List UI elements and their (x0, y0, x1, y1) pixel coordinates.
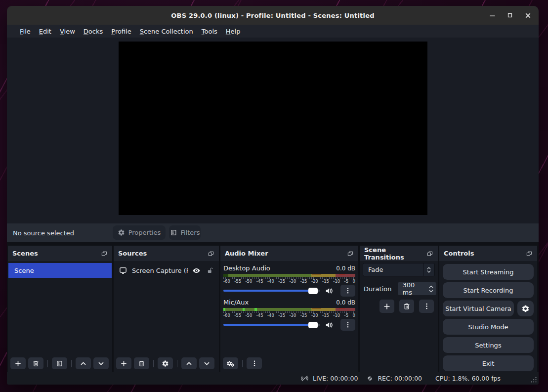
window-close-button[interactable] (522, 10, 533, 21)
channel-options-button[interactable] (340, 285, 355, 297)
window-buttons (487, 6, 536, 25)
menu-profile[interactable]: Profile (111, 28, 131, 35)
scene-filters-button[interactable] (52, 357, 67, 369)
window-maximize-button[interactable] (505, 10, 515, 21)
filter-icon (170, 229, 177, 236)
kebab-icon (423, 303, 430, 310)
start-recording-button[interactable]: Start Recording (443, 282, 534, 298)
popout-icon[interactable] (526, 250, 533, 257)
menu-view-label: iew (64, 28, 75, 35)
spinbox-arrows[interactable] (426, 284, 436, 294)
scenes-panel: Scenes Scene (8, 246, 112, 372)
select-spinner-arrows[interactable] (423, 263, 434, 276)
tick-label: -50 (245, 313, 252, 318)
tick-label: -15 (322, 279, 329, 284)
move-scene-down-button[interactable] (93, 357, 109, 369)
scene-transitions-body: Fade Duration 300 ms (360, 261, 438, 313)
source-list-item[interactable]: Screen Capture (Pi (114, 263, 219, 278)
speaker-icon[interactable] (325, 286, 334, 296)
chevron-down-icon (97, 360, 105, 367)
menu-view[interactable]: View (60, 28, 75, 35)
add-transition-button[interactable] (379, 300, 394, 313)
move-scene-up-button[interactable] (76, 357, 91, 369)
channel-name: Desktop Audio (223, 264, 270, 272)
scenes-toolbar (8, 357, 112, 372)
transition-selected-value: Fade (363, 266, 383, 273)
menu-file-label: ile (23, 28, 31, 35)
remove-scene-button[interactable] (28, 357, 43, 369)
sources-panel: Sources Screen Capture (Pi (114, 246, 219, 372)
duration-label: Duration (364, 285, 391, 293)
tick-label: -40 (267, 313, 274, 318)
menu-profile-label: rofile (115, 28, 131, 35)
popout-icon[interactable] (101, 250, 108, 257)
move-source-down-button[interactable] (199, 357, 214, 369)
menu-docks-label: ocks (88, 28, 103, 35)
menu-scene-collection[interactable]: Scene Collection (140, 28, 193, 35)
filters-button[interactable]: Filters (169, 225, 201, 240)
properties-button[interactable]: Properties (113, 225, 166, 240)
window-minimize-button[interactable] (487, 10, 498, 21)
program-canvas[interactable] (119, 42, 427, 215)
speaker-icon[interactable] (325, 320, 334, 330)
audio-mixer-panel-title: Audio Mixer (225, 250, 268, 257)
unlock-icon[interactable] (207, 267, 214, 274)
menu-file[interactable]: File (20, 28, 31, 35)
move-source-up-button[interactable] (181, 357, 197, 369)
title-bar[interactable]: OBS 29.0.0 (linux) - Profile: Untitled -… (7, 6, 539, 25)
menu-profile-mnemonic: P (111, 28, 115, 35)
menu-edit[interactable]: Edit (39, 28, 51, 35)
virtual-camera-config-button[interactable] (517, 301, 534, 316)
obs-window: OBS 29.0.0 (linux) - Profile: Untitled -… (7, 6, 539, 385)
menu-docks[interactable]: Docks (84, 28, 103, 35)
tick-label: -10 (333, 313, 340, 318)
source-properties-button[interactable] (158, 357, 173, 369)
resize-grip[interactable] (530, 376, 537, 383)
transition-options-button[interactable] (419, 300, 434, 313)
stream-off-icon (300, 374, 309, 383)
scene-list-item[interactable]: Scene (8, 263, 112, 278)
monitor-icon (119, 266, 127, 275)
chevron-up-icon (80, 360, 87, 367)
popout-icon[interactable] (208, 250, 214, 257)
add-scene-button[interactable] (10, 357, 26, 369)
remove-transition-button[interactable] (399, 300, 414, 313)
popout-icon[interactable] (426, 250, 433, 257)
volume-slider[interactable] (223, 287, 320, 294)
channel-options-button[interactable] (340, 319, 355, 331)
tick-label: -40 (267, 279, 274, 284)
source-context-toolbar: No source selected Properties Filters (7, 223, 539, 242)
volume-slider-handle[interactable] (308, 322, 318, 328)
settings-button[interactable]: Settings (443, 337, 534, 353)
sources-panel-header: Sources (114, 246, 219, 261)
scenes-panel-header: Scenes (8, 246, 112, 261)
tick-label: -35 (278, 279, 285, 284)
start-virtual-camera-button[interactable]: Start Virtual Camera (443, 301, 514, 316)
visibility-eye-icon[interactable] (192, 266, 201, 275)
volume-slider-handle[interactable] (308, 288, 318, 294)
mixer-options-button[interactable] (247, 357, 262, 369)
duration-spinbox[interactable]: 300 ms (398, 282, 436, 295)
advanced-audio-properties-button[interactable] (223, 357, 238, 369)
controls-panel-header: Controls (439, 246, 537, 261)
tick-label: -20 (311, 279, 318, 284)
plus-icon (383, 303, 391, 310)
window-minimize-icon (488, 11, 497, 20)
menu-tools[interactable]: Tools (202, 28, 217, 35)
menu-help[interactable]: Help (226, 28, 241, 35)
tick-label: -45 (256, 313, 263, 318)
exit-button[interactable]: Exit (443, 355, 534, 371)
add-source-button[interactable] (116, 357, 131, 369)
studio-mode-button[interactable]: Studio Mode (443, 319, 534, 335)
preview-area (7, 38, 539, 223)
audio-mixer-toolbar (220, 357, 358, 372)
popout-icon[interactable] (347, 250, 354, 257)
trash-icon (403, 303, 411, 310)
start-streaming-button[interactable]: Start Streaming (443, 264, 534, 280)
rec-status: REC: 00:00:00 (366, 375, 422, 382)
menu-edit-mnemonic: E (39, 28, 43, 35)
properties-button-label: Properties (128, 229, 161, 236)
remove-source-button[interactable] (134, 357, 149, 369)
transition-select[interactable]: Fade (363, 263, 435, 276)
volume-slider[interactable] (223, 321, 320, 328)
